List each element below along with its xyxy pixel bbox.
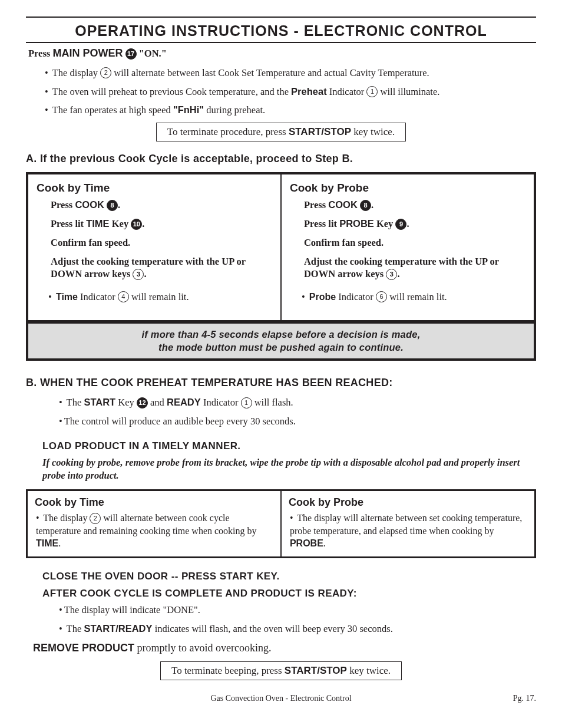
intro-bullet-2: The oven will preheat to previous Cook t… (45, 85, 536, 98)
step-a-heading: A. If the previous Cook Cycle is accepta… (26, 152, 536, 166)
terminate-note-2: To terminate beeping, press START/STOP k… (160, 661, 402, 680)
intro-bullet-1: The display 2 will alternate between las… (45, 67, 536, 80)
ref-8b: 8 (360, 200, 371, 211)
ref-3b: 3 (386, 269, 397, 280)
done-bullet-1: The display will indicate "DONE". (59, 604, 536, 617)
terminate-note-1: To terminate procedure, press START/STOP… (156, 123, 406, 141)
ref-4: 4 (118, 291, 129, 302)
cook-by-time-col: Cook by Time Press COOK 8. Press lit TIM… (28, 174, 280, 320)
step-b-bullet-2: The control will produce an audible beep… (59, 415, 536, 428)
page-title: OPERATING INSTRUCTIONS - ELECTRONIC CONT… (26, 21, 536, 41)
ref-17: 17 (125, 48, 137, 60)
footer-center: Gas Convection Oven - Electronic Control (91, 693, 471, 704)
cook-by-probe-col-2: Cook by Probe The display will alternate… (282, 491, 534, 557)
step-b-heading: B. WHEN THE COOK PREHEAT TEMPERATURE HAS… (26, 376, 536, 390)
ref-8: 8 (107, 200, 118, 211)
cook-by-time-col-2: Cook by Time The display 2 will alternat… (28, 491, 280, 557)
ref-2b: 2 (90, 513, 101, 524)
remove-product-line: REMOVE PRODUCT promptly to avoid overcoo… (33, 641, 536, 655)
ref-6: 6 (376, 291, 387, 302)
timeout-banner: if more than 4-5 seconds elapse before a… (28, 322, 534, 359)
ref-1: 1 (366, 86, 378, 97)
ref-2: 2 (100, 67, 111, 78)
after-cycle-heading: AFTER COOK CYCLE IS COMPLETE AND PRODUCT… (42, 587, 536, 600)
step-b-bullet-1: The START Key 12 and READY Indicator 1 w… (59, 396, 536, 409)
ref-9: 9 (395, 219, 406, 230)
ref-10: 10 (131, 219, 142, 230)
cook-options-box-1: Cook by Time Press COOK 8. Press lit TIM… (26, 172, 536, 322)
cook-by-probe-col: Cook by Probe Press COOK 8. Press lit PR… (282, 174, 534, 320)
done-bullet-2: The START/READY indicates will flash, an… (59, 622, 536, 635)
cook-options-box-2: Cook by Time The display 2 will alternat… (26, 489, 536, 559)
cook-by-time-title: Cook by Time (37, 180, 273, 195)
footer-page: Pg. 17. (471, 693, 536, 704)
ref-1b: 1 (241, 397, 252, 409)
press-main-power-line: Press MAIN POWER 17 "ON." (28, 47, 536, 61)
ref-12: 12 (137, 397, 148, 409)
probe-note: If cooking by probe, remove probe from i… (42, 456, 536, 482)
intro-bullet-3: The fan operates at high speed "FnHi" du… (45, 104, 536, 117)
page-footer: Gas Convection Oven - Electronic Control… (26, 693, 536, 704)
cook-by-probe-title: Cook by Probe (290, 180, 527, 195)
load-product-heading: LOAD PRODUCT IN A TIMELY MANNER. (42, 440, 536, 453)
page-title-block: OPERATING INSTRUCTIONS - ELECTRONIC CONT… (26, 17, 536, 43)
ref-3: 3 (133, 269, 144, 280)
close-door-heading: CLOSE THE OVEN DOOR -- PRESS START KEY. (42, 570, 536, 583)
